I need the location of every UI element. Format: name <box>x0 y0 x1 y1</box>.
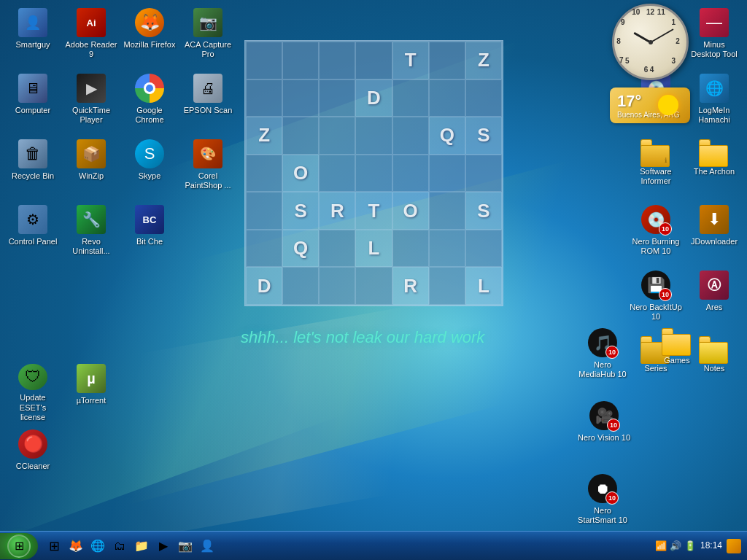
icon-label: Smartguy <box>15 40 50 50</box>
cw-cell: Z <box>246 117 282 155</box>
icon-control-panel[interactable]: ⚙ Control Panel <box>4 201 62 266</box>
clock-num-11: 11 <box>657 7 665 15</box>
icon-label: Notes <box>704 364 725 373</box>
weather-widget[interactable]: 17° Buenos Aires, ARG <box>610 88 690 123</box>
icon-label: Nero StartSmart 10 <box>575 506 630 525</box>
cw-cell: L <box>355 230 392 268</box>
cw-cell <box>465 155 502 192</box>
cw-cell <box>429 155 465 192</box>
taskbar-icon-camera[interactable]: 📷 <box>175 536 196 556</box>
icon-ares[interactable]: Ⓐ Ares <box>685 266 743 332</box>
computer-icon: 🖥 <box>18 74 47 103</box>
icon-utorrent[interactable]: µ µTorrent <box>62 359 120 425</box>
icon-epson[interactable]: 🖨 EPSON Scan <box>179 69 237 135</box>
cw-cell: Q <box>429 117 465 155</box>
icon-google-chrome[interactable]: Google Chrome <box>120 69 179 135</box>
icon-label: QuickTime Player <box>65 106 117 125</box>
tray-icon-network[interactable]: 📶 <box>655 540 667 551</box>
cw-cell <box>355 117 392 155</box>
cw-cell <box>246 42 282 79</box>
eset-icon: 🛡 <box>18 364 47 390</box>
icon-label: Nero MediaHub 10 <box>575 360 630 379</box>
icon-logmein[interactable]: 🌐 LogMeIn Hamachi <box>685 69 743 135</box>
icon-nero-backitup[interactable]: 💾 10 Nero BackItUp 10 <box>627 266 685 332</box>
icon-recycle-bin[interactable]: 🗑 Recycle Bin <box>4 135 62 201</box>
icon-corel[interactable]: 🎨 Corel PaintShop ... <box>179 135 237 201</box>
cw-cell: R <box>319 192 355 230</box>
utorrent-icon: µ <box>77 364 106 393</box>
cw-cell <box>392 230 429 268</box>
clock-num-6: 6 <box>644 66 649 74</box>
secret-message: shhh... let's not leak our hard work <box>241 328 484 347</box>
weather-sun-icon <box>658 95 678 115</box>
minus-icon: — <box>700 8 729 37</box>
icon-update-eset[interactable]: 🛡 Update ESET's license <box>4 359 62 425</box>
logmein-icon: 🌐 <box>700 74 729 103</box>
cw-cell <box>355 155 392 192</box>
start-orb: ⊞ <box>7 534 31 558</box>
bitche-icon: BC <box>135 205 164 234</box>
clock-num-3: 3 <box>671 57 676 65</box>
taskbar-notify[interactable] <box>727 539 741 553</box>
empty-spacer <box>568 266 627 332</box>
cw-cell <box>319 230 355 268</box>
cw-cell: S <box>465 117 502 155</box>
cw-cell: R <box>392 267 429 305</box>
taskbar-items: ⊞ 🦊 🌐 🗂 📁 ▶ 📷 👤 <box>41 532 649 560</box>
icon-quicktime[interactable]: ▶ QuickTime Player <box>62 69 120 135</box>
taskbar-icon-media2[interactable]: ▶ <box>153 536 174 556</box>
notes-icon <box>699 336 729 364</box>
icon-skype[interactable]: S Skype <box>120 135 179 201</box>
icon-bit-che[interactable]: BC Bit Che <box>120 201 179 266</box>
jdownloader-icon: ⬇ <box>700 205 729 234</box>
nero-vision-icon: 🎥 10 <box>589 401 619 430</box>
tray-icon-audio[interactable]: 🔊 <box>670 540 681 551</box>
left-icon-grid: 👤 Smartguy Ai Adobe Reader 9 🦊 Mozilla F… <box>0 0 241 270</box>
clock-num-10: 10 <box>632 7 640 15</box>
taskbar-icon-user[interactable]: 👤 <box>197 536 217 556</box>
icon-adobe-reader[interactable]: Ai Adobe Reader 9 <box>62 4 120 69</box>
software-informer-icon: ℹ <box>640 139 671 167</box>
icon-label: Minus Desktop Tool <box>688 40 740 59</box>
icon-label: Games <box>664 356 689 365</box>
icon-nero-burning[interactable]: 💿 10 Nero Burning ROM 10 <box>627 201 685 266</box>
icon-games[interactable]: Games <box>662 328 692 365</box>
tray-icon-battery[interactable]: 🔋 <box>684 540 696 551</box>
taskbar-icon-ie[interactable]: 🌐 <box>88 536 108 556</box>
start-button[interactable]: ⊞ <box>0 533 38 559</box>
icon-nero-startsmart[interactable]: ⏺ 10 Nero StartSmart 10 <box>575 474 630 525</box>
cw-cell: O <box>392 192 429 230</box>
corel-icon: 🎨 <box>193 139 222 168</box>
clock-hour-hand <box>633 31 651 43</box>
icon-aca-capture[interactable]: 📷 ACA Capture Pro <box>179 4 237 69</box>
taskbar-icon-start[interactable]: ⊞ <box>44 536 64 556</box>
icon-jdownloader[interactable]: ⬇ JDownloader <box>685 201 743 266</box>
icon-smartguy[interactable]: 👤 Smartguy <box>4 4 62 69</box>
icon-label: Bit Che <box>136 237 163 246</box>
icon-revo[interactable]: 🔧 Revo Uninstall... <box>62 201 120 266</box>
icon-nero-vision[interactable]: 🎥 10 Nero Vision 10 <box>578 401 630 443</box>
icon-ccleaner[interactable]: 🔴 CCleaner <box>4 425 62 491</box>
icon-computer[interactable]: 🖥 Computer <box>4 69 62 135</box>
taskbar-icon-firefox[interactable]: 🦊 <box>66 536 86 556</box>
cw-cell <box>465 230 502 268</box>
system-tray: 📶 🔊 🔋 <box>655 540 696 551</box>
nero-burning-icon: 💿 10 <box>641 205 670 234</box>
taskbar-clock[interactable]: 18:14 <box>700 540 722 552</box>
icon-label: Nero Burning ROM 10 <box>630 237 682 256</box>
cw-cell <box>355 267 392 305</box>
icon-the-archon[interactable]: The Archon <box>685 135 743 201</box>
ccleaner-icon: 🔴 <box>18 429 47 459</box>
taskbar-icon-media[interactable]: 🗂 <box>109 536 130 556</box>
bottom-left-icon-grid: 🛡 Update ESET's license µ µTorrent 🔴 CCl… <box>0 356 241 494</box>
taskbar-icon-explorer[interactable]: 📁 <box>131 536 152 556</box>
icon-label: The Archon <box>694 167 735 176</box>
icon-label: Recycle Bin <box>12 171 54 181</box>
icon-software-informer[interactable]: ℹ Software Informer <box>627 135 685 201</box>
icon-firefox[interactable]: 🦊 Mozilla Firefox <box>120 4 179 69</box>
icon-winzip[interactable]: 📦 WinZip <box>62 135 120 201</box>
icon-nero-mediahub[interactable]: 🎵 10 Nero MediaHub 10 <box>575 328 630 379</box>
icon-notes[interactable]: Notes <box>685 332 743 397</box>
icon-minus-desktop[interactable]: — Minus Desktop Tool <box>685 4 743 69</box>
cw-cell <box>429 230 465 268</box>
